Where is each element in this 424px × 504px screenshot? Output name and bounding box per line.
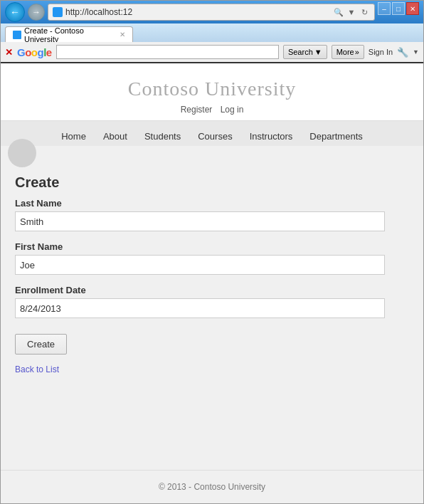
google-more-label: More [336, 48, 354, 56]
google-more-arrows-icon: » [355, 48, 359, 56]
create-button[interactable]: Create [15, 334, 67, 355]
auth-links: Register Log in [1, 105, 423, 115]
title-bar: ← → http://localhost:12 🔍 ▼ ↻ – □ ✕ [1, 1, 423, 23]
url-text[interactable]: http://localhost:12 [65, 7, 330, 17]
tab-close-icon[interactable]: ✕ [120, 31, 125, 38]
minimize-button[interactable]: – [378, 2, 391, 15]
google-wrench-dropdown-icon[interactable]: ▼ [413, 48, 419, 56]
avatar [8, 139, 36, 167]
enrollment-date-input[interactable] [15, 298, 385, 318]
google-search-dropdown-icon: ▼ [314, 48, 322, 56]
browser-window: ← → http://localhost:12 🔍 ▼ ↻ – □ ✕ Crea… [0, 0, 424, 504]
avatar-area [1, 146, 423, 160]
active-tab[interactable]: Create - Contoso University ✕ [5, 26, 133, 42]
register-link[interactable]: Register [181, 105, 213, 115]
site-wrapper: Contoso University Register Log in Home … [1, 63, 423, 503]
search-icon[interactable]: 🔍 [333, 6, 344, 18]
nav-home[interactable]: Home [53, 127, 95, 146]
nav-departments[interactable]: Departments [301, 127, 371, 146]
last-name-label: Last Name [15, 198, 409, 209]
last-name-input[interactable] [15, 211, 385, 231]
back-button[interactable]: ← [5, 2, 25, 22]
google-logo: Google [17, 46, 52, 58]
copyright-text: © 2013 - Contoso University [159, 482, 265, 492]
enrollment-date-label: Enrollment Date [15, 285, 409, 295]
address-bar: http://localhost:12 🔍 ▼ ↻ [48, 4, 375, 21]
browser-content: Contoso University Register Log in Home … [1, 63, 423, 503]
site-nav: Home About Students Courses Instructors … [1, 121, 423, 146]
enrollment-date-group: Enrollment Date [15, 285, 409, 318]
google-more-button[interactable]: More » [332, 45, 364, 59]
first-name-group: First Name [15, 241, 409, 275]
site-footer: © 2013 - Contoso University [1, 470, 423, 503]
tab-label: Create - Contoso University [24, 26, 114, 43]
first-name-input[interactable] [15, 255, 385, 275]
site-header: Contoso University Register Log in [1, 63, 423, 121]
forward-button[interactable]: → [28, 4, 45, 21]
page-title: Create [15, 174, 409, 191]
nav-instructors[interactable]: Instructors [241, 127, 302, 146]
maximize-button[interactable]: □ [392, 2, 405, 15]
google-signin-link[interactable]: Sign In [369, 48, 393, 56]
back-to-list-link[interactable]: Back to List [15, 364, 409, 374]
first-name-label: First Name [15, 241, 409, 252]
google-toolbar: ✕ Google Search ▼ More » Sign In 🔧 ▼ [1, 42, 423, 63]
nav-about[interactable]: About [95, 127, 136, 146]
google-wrench-icon[interactable]: 🔧 [397, 47, 408, 58]
login-link[interactable]: Log in [221, 105, 244, 115]
dropdown-icon[interactable]: ▼ [346, 6, 357, 18]
site-title: Contoso University [1, 78, 423, 100]
refresh-icon[interactable]: ↻ [359, 6, 370, 18]
google-search-button[interactable]: Search ▼ [283, 45, 327, 59]
google-search-input[interactable] [56, 45, 279, 59]
last-name-group: Last Name [15, 198, 409, 231]
tab-favicon-icon [13, 31, 21, 39]
site-body: Create Last Name First Name Enrollment D… [1, 160, 423, 470]
close-button[interactable]: ✕ [406, 2, 419, 15]
nav-courses[interactable]: Courses [189, 127, 240, 146]
google-search-label: Search [288, 48, 313, 56]
nav-students[interactable]: Students [136, 127, 189, 146]
window-controls: – □ ✕ [378, 1, 419, 15]
favicon-icon [53, 7, 63, 17]
google-toolbar-close[interactable]: ✕ [5, 47, 13, 58]
address-icons: 🔍 ▼ ↻ [333, 6, 370, 18]
tab-bar: Create - Contoso University ✕ [1, 23, 423, 42]
